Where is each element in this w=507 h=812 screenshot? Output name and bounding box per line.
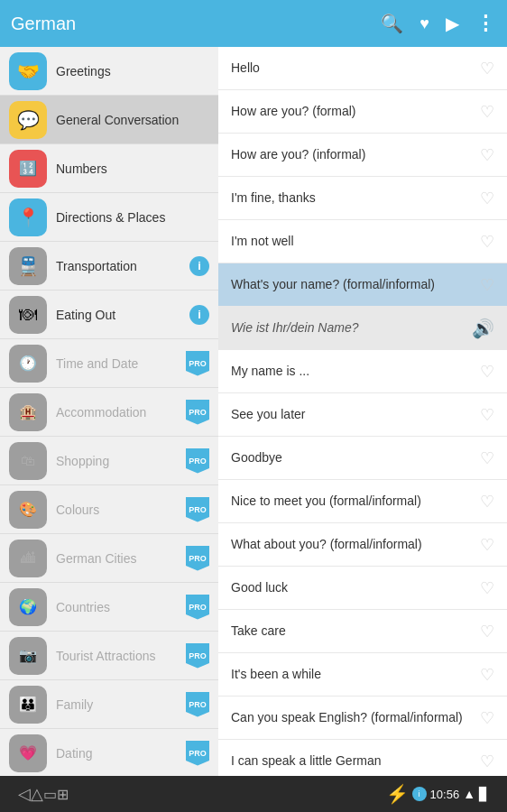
sidebar-item-label: Countries [56, 600, 186, 614]
sidebar-item-countries[interactable]: 🌍 Countries PRO [0, 583, 218, 632]
sidebar-item-directions-places[interactable]: 📍 Directions & Places [0, 193, 218, 242]
phrase-item[interactable]: See you later ♡ [218, 393, 507, 437]
phrase-text: What about you? (formal/informal) [231, 536, 480, 552]
phrase-text: What's your name? (formal/informal) [231, 276, 480, 292]
sidebar-item-colours[interactable]: 🎨 Colours PRO [0, 485, 218, 534]
sidebar-item-numbers[interactable]: 🔢 Numbers [0, 144, 218, 193]
pro-badge: PRO [186, 692, 209, 717]
sidebar-item-greetings[interactable]: 🤝 Greetings [0, 47, 218, 96]
phrase-item[interactable]: I'm not well ♡ [218, 220, 507, 263]
sidebar-item-time-date[interactable]: 🕐 Time and Date PRO [0, 339, 218, 388]
phrase-item[interactable]: What about you? (formal/informal) ♡ [218, 523, 507, 567]
sidebar-item-general-conversation[interactable]: 💬 General Conversation [0, 96, 218, 144]
pro-badge: PRO [186, 400, 209, 425]
pro-badge: PRO [186, 448, 209, 474]
sidebar-item-label: Eating Out [56, 308, 189, 322]
sidebar-item-label: Transportation [56, 259, 189, 273]
accommodation-icon: 🏨 [9, 393, 47, 431]
pro-badge: PRO [186, 546, 209, 571]
more-icon[interactable]: ⋮ [475, 12, 496, 35]
phrase-item[interactable]: How are you? (informal) ♡ [218, 134, 507, 177]
back-button[interactable]: ◁ [18, 784, 31, 804]
favorite-icon[interactable]: ♡ [480, 448, 494, 468]
sidebar-item-transportation[interactable]: 🚆 Transportation i [0, 242, 218, 291]
favorite-icon[interactable]: ♡ [480, 102, 494, 122]
pro-badge: PRO [186, 595, 209, 620]
sidebar-item-label: German Cities [56, 551, 186, 566]
heart-icon[interactable]: ♥ [419, 14, 429, 33]
phrase-item[interactable]: Hello ♡ [218, 47, 507, 90]
favorite-icon[interactable]: ♡ [480, 362, 494, 382]
speaker-icon[interactable]: 🔊 [472, 318, 494, 339]
sidebar-item-label: Time and Date [56, 356, 186, 371]
sidebar-item-label: Directions & Places [56, 210, 209, 225]
sidebar-item-dating[interactable]: 💗 Dating PRO [0, 729, 218, 776]
favorite-icon[interactable]: ♡ [480, 578, 494, 598]
notification-icon: i [412, 787, 427, 801]
sidebar-item-family[interactable]: 👪 Family PRO [0, 680, 218, 729]
sidebar-item-accommodation[interactable]: 🏨 Accommodation PRO [0, 388, 218, 437]
favorite-icon[interactable]: ♡ [480, 535, 494, 555]
phrase-text: How are you? (informal) [231, 146, 480, 162]
favorite-icon[interactable]: ♡ [480, 145, 494, 165]
grid-button[interactable]: ⊞ [57, 786, 69, 803]
phrase-item[interactable]: How are you? (formal) ♡ [218, 90, 507, 134]
sidebar-item-label: Shopping [56, 454, 186, 468]
phrase-text: Nice to meet you (formal/informal) [231, 493, 480, 509]
phrase-item[interactable]: Goodbye ♡ [218, 437, 507, 480]
favorite-icon[interactable]: ♡ [480, 752, 494, 771]
numbers-icon: 🔢 [9, 150, 47, 188]
sidebar-item-label: Greetings [56, 64, 209, 78]
sidebar-item-label: Family [56, 697, 186, 712]
play-icon[interactable]: ▶ [446, 13, 459, 34]
pro-badge: PRO [186, 741, 209, 766]
pro-badge: PRO [186, 497, 209, 522]
favorite-icon[interactable]: ♡ [480, 622, 494, 641]
phrase-item[interactable]: I can speak a little German ♡ [218, 740, 507, 776]
phrase-item[interactable]: I'm fine, thanks ♡ [218, 177, 507, 220]
german-cities-icon: 🏙 [9, 540, 47, 577]
sidebar-item-german-cities[interactable]: 🏙 German Cities PRO [0, 534, 218, 583]
home-button[interactable]: △ [31, 784, 43, 804]
sidebar-item-shopping[interactable]: 🛍 Shopping PRO [0, 437, 218, 485]
favorite-icon[interactable]: ♡ [480, 492, 494, 512]
directions-icon: 📍 [9, 198, 47, 236]
main-layout: 🤝 Greetings 💬 General Conversation 🔢 Num… [0, 47, 507, 776]
favorite-icon[interactable]: ♡ [480, 665, 494, 685]
app-title: German [11, 14, 381, 34]
phrase-text: I'm not well [231, 233, 480, 249]
favorite-icon[interactable]: ♡ [480, 275, 494, 295]
phrase-translation-row[interactable]: Wie ist Ihr/dein Name? 🔊 [218, 307, 507, 350]
phrase-text: See you later [231, 406, 480, 422]
favorite-icon[interactable]: ♡ [480, 232, 494, 252]
favorite-icon[interactable]: ♡ [480, 189, 494, 208]
phrase-item[interactable]: It's been a while ♡ [218, 653, 507, 697]
favorite-icon[interactable]: ♡ [480, 405, 494, 425]
favorite-icon[interactable]: ♡ [480, 708, 494, 728]
sidebar-item-tourist-attractions[interactable]: 📷 Tourist Attractions PRO [0, 632, 218, 680]
usb-icon: ⚡ [386, 783, 409, 805]
sidebar-item-label: Dating [56, 746, 186, 761]
phrase-text: Goodbye [231, 449, 480, 466]
top-bar-icons: 🔍 ♥ ▶ ⋮ [381, 12, 496, 35]
phrase-item[interactable]: Nice to meet you (formal/informal) ♡ [218, 480, 507, 523]
sidebar-item-label: Accommodation [56, 405, 186, 420]
sidebar-item-label: General Conversation [56, 113, 209, 127]
phrase-text: Can you speak English? (formal/informal) [231, 709, 480, 725]
time-date-icon: 🕐 [9, 345, 47, 383]
phrase-item[interactable]: Take care ♡ [218, 610, 507, 653]
signal-icon: ▊ [479, 787, 489, 801]
sidebar-item-label: Numbers [56, 161, 209, 176]
sidebar-item-eating-out[interactable]: 🍽 Eating Out i [0, 291, 218, 339]
phrase-item[interactable]: Good luck ♡ [218, 567, 507, 610]
phrase-item[interactable]: Can you speak English? (formal/informal)… [218, 697, 507, 740]
phrase-item[interactable]: My name is ... ♡ [218, 350, 507, 393]
recent-button[interactable]: ▭ [43, 786, 57, 803]
shopping-icon: 🛍 [9, 442, 47, 480]
favorite-icon[interactable]: ♡ [480, 59, 494, 78]
wifi-icon: ▲ [463, 787, 475, 801]
search-icon[interactable]: 🔍 [381, 13, 403, 34]
status-icons: ⚡ i 10:56 ▲ ▊ [386, 783, 489, 805]
phrase-text: I'm fine, thanks [231, 189, 480, 206]
phrase-item-highlighted[interactable]: What's your name? (formal/informal) ♡ [218, 263, 507, 307]
